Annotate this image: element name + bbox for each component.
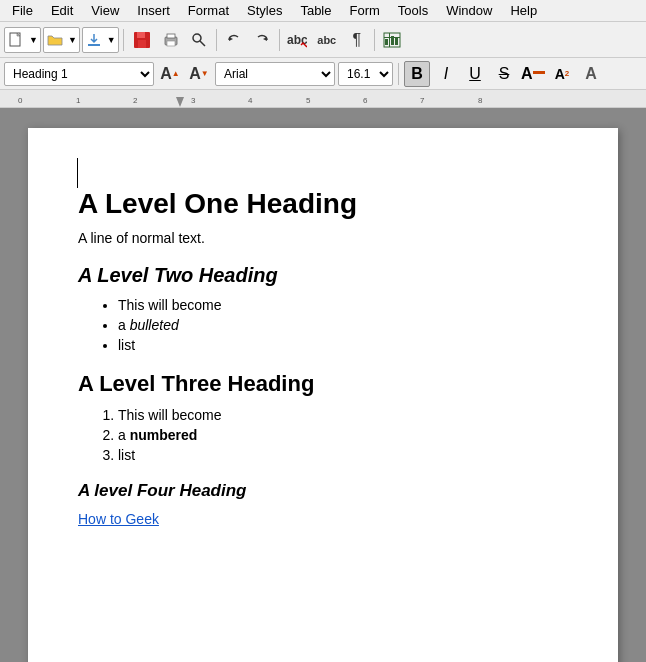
menu-file[interactable]: File [4, 1, 41, 20]
menu-table[interactable]: Table [292, 1, 339, 20]
menu-form[interactable]: Form [341, 1, 387, 20]
style-dropdown[interactable]: Heading 1 Heading 2 Heading 3 Default Pa… [4, 62, 154, 86]
svg-marker-10 [229, 37, 233, 41]
svg-rect-18 [395, 38, 398, 45]
format-separator-1 [398, 63, 399, 85]
svg-rect-3 [137, 32, 145, 38]
new-dropdown-arrow[interactable]: ▼ [27, 35, 40, 45]
font-color-button[interactable]: A [520, 61, 546, 87]
abc-button[interactable]: abc [312, 27, 342, 53]
bold-button[interactable]: B [404, 61, 430, 87]
heading-4: A level Four Heading [78, 481, 568, 501]
toolbar-separator-1 [123, 29, 124, 51]
superscript-button[interactable]: A2 [549, 61, 575, 87]
toolbar-separator-4 [374, 29, 375, 51]
redo-button[interactable] [249, 27, 275, 53]
pilcrow-button[interactable]: ¶ [344, 27, 370, 53]
numbered-list: This will become a numbered list [118, 407, 568, 463]
main-toolbar: ▼ ▼ ▼ abc abc ¶ [0, 22, 646, 58]
svg-point-8 [193, 34, 201, 42]
list-item: a bulleted [118, 317, 568, 333]
ruler-marker [176, 97, 184, 107]
more-format-button[interactable]: A [578, 61, 604, 87]
bullet-item2-italic: bulleted [130, 317, 179, 333]
svg-line-9 [200, 41, 205, 46]
download-dropdown-arrow[interactable]: ▼ [105, 35, 118, 45]
svg-rect-1 [88, 44, 100, 46]
italic-button[interactable]: I [433, 61, 459, 87]
menu-window[interactable]: Window [438, 1, 500, 20]
shrink-font-button[interactable]: A▼ [186, 61, 212, 87]
open-dropdown-arrow[interactable]: ▼ [66, 35, 79, 45]
svg-rect-16 [385, 39, 388, 45]
list-item: list [118, 447, 568, 463]
heading-1: A Level One Heading [78, 188, 568, 220]
open-button-group[interactable]: ▼ [43, 27, 80, 53]
hyperlink[interactable]: How to Geek [78, 511, 159, 527]
download-button[interactable] [83, 27, 105, 53]
format-bar: Heading 1 Heading 2 Heading 3 Default Pa… [0, 58, 646, 90]
find-button[interactable] [186, 27, 212, 53]
menu-insert[interactable]: Insert [129, 1, 178, 20]
text-cursor [77, 158, 78, 188]
new-button[interactable] [5, 27, 27, 53]
menu-tools[interactable]: Tools [390, 1, 436, 20]
list-item: This will become [118, 407, 568, 423]
spellcheck-button[interactable]: abc [284, 27, 310, 53]
list-item: a numbered [118, 427, 568, 443]
normal-paragraph: A line of normal text. [78, 230, 568, 246]
heading-2: A Level Two Heading [78, 264, 568, 287]
svg-rect-17 [391, 36, 394, 45]
underline-button[interactable]: U [462, 61, 488, 87]
list-item: This will become [118, 297, 568, 313]
toolbar-separator-2 [216, 29, 217, 51]
menu-format[interactable]: Format [180, 1, 237, 20]
menu-edit[interactable]: Edit [43, 1, 81, 20]
table-chart-button[interactable] [379, 27, 405, 53]
undo-button[interactable] [221, 27, 247, 53]
heading-3: A Level Three Heading [78, 371, 568, 397]
menu-styles[interactable]: Styles [239, 1, 290, 20]
numbered-item2-prefix: a [118, 427, 130, 443]
menu-view[interactable]: View [83, 1, 127, 20]
open-button[interactable] [44, 27, 66, 53]
svg-marker-11 [263, 37, 267, 41]
list-item: list [118, 337, 568, 353]
svg-rect-7 [167, 41, 175, 46]
ruler: 0 1 2 3 4 5 6 7 8 [0, 90, 646, 108]
print-button[interactable] [158, 27, 184, 53]
font-dropdown[interactable]: Arial Times New Roman Courier New [215, 62, 335, 86]
grow-font-button[interactable]: A▲ [157, 61, 183, 87]
numbered-item2-bold: numbered [130, 427, 198, 443]
save-button[interactable] [128, 27, 156, 53]
toolbar-separator-3 [279, 29, 280, 51]
bullet-item2-prefix: a [118, 317, 130, 333]
svg-rect-15 [389, 33, 390, 47]
document-area: A Level One Heading A line of normal tex… [0, 108, 646, 662]
svg-rect-4 [138, 40, 146, 48]
strikethrough-button[interactable]: S [491, 61, 517, 87]
menu-help[interactable]: Help [502, 1, 545, 20]
svg-rect-6 [167, 34, 175, 38]
bullet-list: This will become a bulleted list [118, 297, 568, 353]
menu-bar: File Edit View Insert Format Styles Tabl… [0, 0, 646, 22]
document-page[interactable]: A Level One Heading A line of normal tex… [28, 128, 618, 662]
download-button-group[interactable]: ▼ [82, 27, 119, 53]
new-button-group[interactable]: ▼ [4, 27, 41, 53]
font-size-dropdown[interactable]: 16.1 12 14 18 24 [338, 62, 393, 86]
